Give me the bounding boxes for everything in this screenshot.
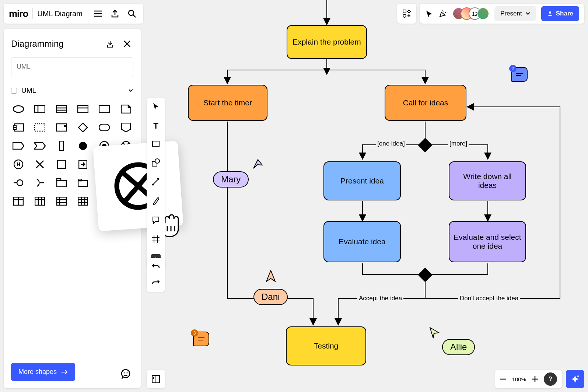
svg-text:H: H [17,161,20,167]
svg-point-78 [124,372,125,374]
redo-button[interactable] [152,279,160,287]
shape-grid-full[interactable] [76,196,90,207]
comment-bubble-1[interactable]: 2 [511,67,528,82]
svg-rect-87 [153,141,159,146]
board-title[interactable]: UML Diagram [37,10,83,18]
shape-dashed-rect[interactable] [32,122,47,133]
undo-button[interactable] [152,263,160,270]
shape-square[interactable] [54,159,69,170]
apps-chip[interactable] [397,4,416,24]
shape-class[interactable] [54,104,69,115]
import-icon[interactable] [104,38,116,50]
shape-rect[interactable] [97,104,112,115]
shape-provided-interface[interactable] [11,177,26,188]
panel-toggle[interactable] [147,370,165,388]
text-tool[interactable]: T [152,122,160,131]
more-shapes-button[interactable]: More shapes [11,363,75,381]
cursor-tag-allie: Allie [442,339,475,355]
svg-rect-35 [35,124,45,131]
shape-folder-tab[interactable] [76,177,90,188]
sticky-tool[interactable] [152,141,160,149]
svg-point-77 [122,370,130,378]
select-tool[interactable] [152,102,160,112]
svg-point-17 [403,14,406,17]
shape-tool[interactable] [152,158,160,168]
shape-table-2col[interactable] [11,196,26,207]
shape-shield[interactable] [119,122,133,133]
shape-rect-corner[interactable] [54,122,69,133]
shape-component[interactable] [11,122,26,133]
svg-rect-31 [99,105,109,113]
node-label: Write down all ideas [453,172,522,190]
pen-tool[interactable] [152,197,160,206]
shape-object[interactable] [32,104,47,115]
shape-square-arrow[interactable] [76,159,90,170]
node-present-idea[interactable]: Present idea [323,161,401,200]
shape-header-rect[interactable] [76,104,90,115]
shape-receive-signal[interactable] [32,140,47,151]
svg-rect-50 [57,160,66,168]
comment-bubble-2[interactable]: 3 [193,332,209,346]
decision-diamond-1[interactable] [418,138,433,153]
pointer-icon[interactable] [425,10,433,18]
decision-diamond-2[interactable] [418,267,433,282]
svg-rect-33 [13,125,16,127]
category-header[interactable]: UML [11,84,133,98]
node-explain[interactable]: Explain the problem [287,25,367,59]
logo[interactable]: miro [9,8,28,20]
node-evaluate-select[interactable]: Evaluate and select one idea [449,221,526,262]
zoom-in-icon[interactable] [532,376,538,382]
sidebar-icon [152,375,160,383]
ai-button[interactable] [566,370,584,388]
share-button[interactable]: Share [541,6,579,21]
node-label: Evaluate and select one idea [453,233,522,251]
shape-rounded-rect[interactable] [97,122,112,133]
node-call-ideas[interactable]: Call for ideas [385,85,466,121]
shape-history[interactable]: H [11,159,26,170]
svg-line-90 [153,179,159,185]
edge-label-one-idea: [one idea] [376,140,406,147]
svg-point-14 [129,10,134,15]
svg-rect-26 [56,105,67,113]
frame-tool[interactable] [152,235,160,245]
celebrate-icon[interactable] [438,9,447,18]
shape-required-interface[interactable] [32,177,47,188]
help-button[interactable]: ? [544,372,557,386]
avatar-stack[interactable]: 12 [452,7,489,20]
close-icon[interactable] [121,38,133,50]
edge-label-dont-accept: Don't accept the idea [458,295,520,302]
line-tool[interactable] [152,178,160,187]
edge-label-accept: Accept the idea [357,295,403,302]
node-testing[interactable]: Testing [286,326,366,365]
chevron-down-icon [128,89,133,92]
node-label: Evaluate idea [339,237,385,246]
shape-filled-circle[interactable] [76,140,90,151]
checkbox-icon[interactable] [11,88,17,94]
shape-ellipse[interactable] [11,104,26,115]
shape-x[interactable] [32,159,47,170]
node-write-down[interactable]: Write down all ideas [449,161,526,200]
shape-package[interactable] [54,177,69,188]
shape-bar-vertical[interactable] [54,140,69,151]
search-icon[interactable] [126,7,138,20]
svg-point-91 [152,184,154,186]
zoom-percent[interactable]: 100% [512,376,526,382]
svg-rect-39 [60,141,63,151]
shape-table-sidebar[interactable] [54,196,69,207]
shape-note[interactable] [119,104,133,115]
export-icon[interactable] [109,7,121,20]
cursor-pointer-allie [429,326,440,339]
search-input[interactable] [11,57,133,76]
shape-diamond[interactable] [76,122,90,133]
zoom-out-icon[interactable] [500,378,506,380]
shape-table-3col[interactable] [32,196,47,207]
node-evaluate-idea[interactable]: Evaluate idea [323,221,401,262]
svg-point-54 [17,180,23,186]
shape-send-signal[interactable] [11,140,26,151]
feedback-icon[interactable] [119,368,132,380]
comment-tool[interactable] [152,216,160,225]
node-start-timer[interactable]: Start the timer [188,85,267,121]
present-button[interactable]: Present [494,6,536,21]
menu-icon[interactable] [92,7,104,20]
comment-badge: 2 [509,65,517,72]
